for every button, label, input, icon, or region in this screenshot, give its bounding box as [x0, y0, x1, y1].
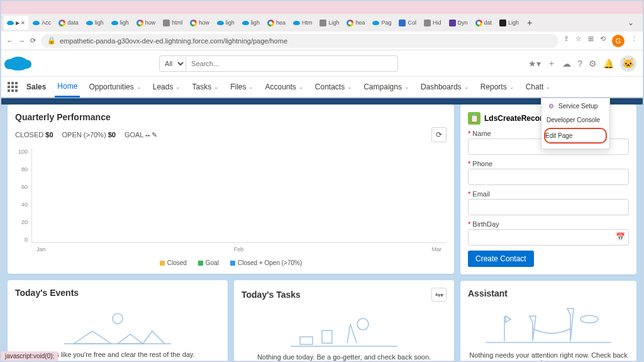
tasks-filter-button[interactable]: ⇆▾	[431, 288, 447, 302]
tab-label: ligh	[251, 20, 260, 26]
browser-tab[interactable]: Dyn	[446, 16, 471, 30]
svg-rect-5	[300, 337, 313, 344]
x-tick: Feb	[234, 246, 244, 252]
browser-toolbar: ← → ⟳ 🔒 empathetic-panda-g30ovx-dev-ed.l…	[1, 31, 643, 50]
star-icon[interactable]: ☆	[575, 35, 582, 47]
favicon	[163, 20, 170, 26]
salesforce-header: All ★▾ ＋ ☁ ? ⚙ 🔔 🐱	[1, 50, 643, 77]
nav-back-icon[interactable]: ←	[6, 37, 13, 45]
create-contact-button[interactable]: Create Contact	[468, 251, 534, 267]
search-input[interactable]	[186, 60, 397, 67]
phone-input[interactable]	[468, 169, 629, 185]
svg-point-3	[357, 319, 369, 330]
email-input[interactable]	[468, 199, 629, 215]
assistant-message: Nothing needs your attention right now. …	[468, 351, 629, 361]
tab-label: Htm	[302, 20, 313, 26]
chevron-down-icon: ⌄	[404, 84, 409, 90]
birthday-label: BirthDay	[468, 220, 629, 228]
app-name: Sales	[26, 82, 46, 91]
browser-tab[interactable]: ▶ ✕	[4, 16, 28, 30]
svg-point-0	[113, 314, 123, 324]
nav-tab-files[interactable]: Files⌄	[228, 76, 256, 98]
calendar-icon[interactable]: 📅	[616, 232, 625, 241]
global-search[interactable]: All	[159, 55, 398, 72]
favicon	[7, 21, 14, 25]
url-text: empathetic-panda-g30ovx-dev-ed.lightning…	[60, 37, 287, 45]
menu-developer-console[interactable]: Developer Console	[547, 113, 604, 127]
browser-tab[interactable]: Acc	[30, 16, 54, 30]
app-launcher-icon[interactable]	[8, 82, 18, 92]
share-icon[interactable]: ⇪	[564, 35, 569, 47]
browser-tab[interactable]: Htm	[290, 16, 316, 30]
browser-tab[interactable]: Ligh	[496, 16, 522, 30]
browser-tab[interactable]: Ligh	[316, 16, 342, 30]
favorite-icon[interactable]: ★▾	[528, 59, 541, 69]
favicon	[293, 21, 300, 25]
favicon	[58, 20, 65, 26]
new-tab-button[interactable]: +	[523, 16, 536, 29]
browser-tab[interactable]: ligh	[83, 16, 107, 30]
nav-tab-opportunities[interactable]: Opportunities⌄	[86, 76, 143, 98]
browser-top-strip	[1, 1, 643, 14]
chevron-down-icon: ⌄	[248, 84, 253, 90]
chevron-down-icon: ⌄	[509, 84, 514, 90]
salesforce-help-cloud-icon[interactable]: ☁	[562, 59, 571, 69]
sync-icon[interactable]: ⟲	[600, 35, 606, 47]
browser-tab[interactable]: Col	[396, 16, 419, 30]
browser-tab[interactable]: how	[133, 16, 159, 30]
browser-tab[interactable]: dat	[472, 16, 496, 30]
lds-create-record-card: 📋 LdsCreateRecord Name Phone Email Birth…	[460, 105, 636, 274]
custom-component-icon: 📋	[468, 112, 480, 125]
add-icon[interactable]: ＋	[547, 58, 556, 69]
browser-tab[interactable]: how	[187, 16, 213, 30]
legend-goal: Goal	[198, 259, 219, 266]
favicon	[111, 21, 118, 25]
birthday-input[interactable]	[468, 229, 629, 246]
browser-tab[interactable]: ligh	[214, 16, 238, 30]
browser-tab[interactable]: ligh	[239, 16, 263, 30]
x-tick: Jan	[36, 246, 46, 252]
tab-label: Col	[408, 20, 416, 26]
browser-tab[interactable]: hea	[343, 16, 368, 30]
menu-service-setup[interactable]: ⚙Service Setup	[547, 98, 604, 113]
goal-value: --	[145, 131, 150, 139]
nav-tab-chatt[interactable]: Chatt⌄	[523, 76, 554, 98]
browser-tab[interactable]: data	[55, 16, 82, 30]
nav-tab-leads[interactable]: Leads⌄	[150, 76, 184, 98]
notification-bell-icon[interactable]: 🔔	[603, 59, 614, 69]
extension-icon[interactable]: ⊞	[588, 35, 594, 47]
salesforce-logo[interactable]	[8, 57, 29, 71]
search-scope[interactable]: All	[160, 57, 186, 71]
nav-tab-home[interactable]: Home	[55, 76, 80, 98]
nav-tab-tasks[interactable]: Tasks⌄	[189, 76, 221, 98]
favicon	[319, 20, 326, 26]
browser-tab[interactable]: html	[160, 16, 186, 30]
browser-tab[interactable]: hea	[264, 16, 289, 30]
profile-avatar[interactable]: G	[612, 35, 625, 47]
tasks-message: Nothing due today. Be a go-getter, and c…	[242, 353, 447, 361]
tabs-overflow-button[interactable]: ⌄	[621, 18, 640, 27]
refresh-button[interactable]: ⟳	[431, 127, 447, 142]
nav-tab-campaigns[interactable]: Campaigns⌄	[361, 76, 412, 98]
browser-tab[interactable]: Pag	[369, 16, 394, 30]
legend-open: Closed + Open (>70%)	[230, 259, 302, 266]
nav-tab-reports[interactable]: Reports⌄	[478, 76, 517, 98]
help-icon[interactable]: ?	[577, 59, 582, 69]
kebab-icon[interactable]: ⋮	[631, 35, 638, 47]
user-avatar[interactable]: 🐱	[620, 55, 636, 72]
tab-label: html	[172, 20, 182, 26]
nav-reload-icon[interactable]: ⟳	[30, 37, 36, 45]
assistant-title: Assistant	[468, 288, 629, 298]
nav-tab-contacts[interactable]: Contacts⌄	[313, 76, 355, 98]
nav-tab-dashboards[interactable]: Dashboards⌄	[418, 76, 472, 98]
url-bar[interactable]: 🔒 empathetic-panda-g30ovx-dev-ed.lightni…	[41, 34, 558, 48]
nav-tab-accounts[interactable]: Accounts⌄	[262, 76, 306, 98]
browser-tab[interactable]: Hid	[421, 16, 445, 30]
y-tick: 20	[15, 219, 28, 225]
favicon	[136, 20, 143, 26]
browser-tab[interactable]: ligh	[108, 16, 132, 30]
menu-edit-page[interactable]: Edit Page	[544, 128, 607, 144]
setup-gear-icon[interactable]: ⚙	[589, 59, 597, 69]
browser-tab-strip: ▶ ✕AccdatalighlighhowhtmlhowlighlighheaH…	[1, 14, 643, 31]
nav-fwd-icon[interactable]: →	[18, 37, 25, 45]
